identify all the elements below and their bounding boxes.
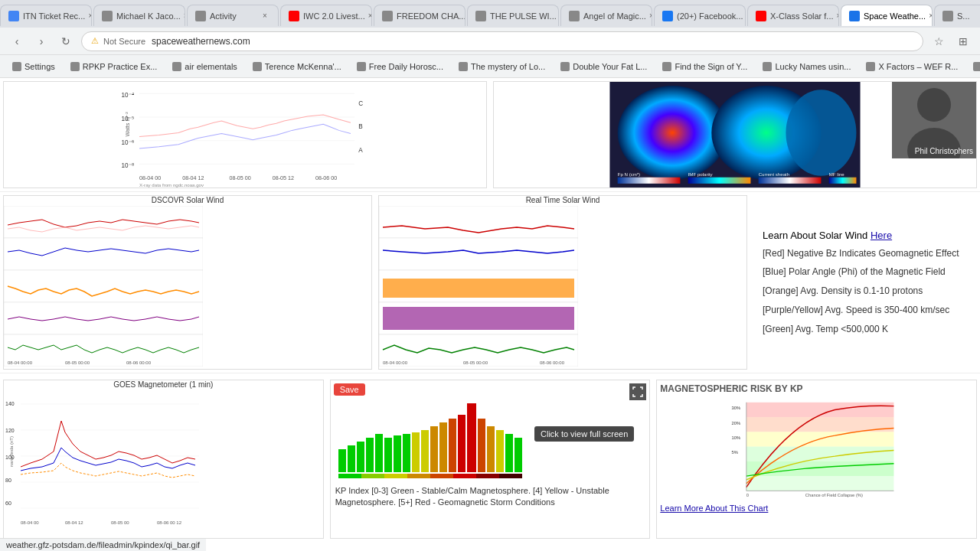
tab-close[interactable]: × xyxy=(365,11,372,21)
tab-close[interactable]: × xyxy=(557,11,559,21)
dscovr-svg: 08-04 00:00 08-05 00:00 08-06 00:00 xyxy=(4,206,203,367)
svg-rect-37 xyxy=(4,270,203,302)
svg-text:120: 120 xyxy=(5,428,15,433)
bookmark-horoscope[interactable]: Free Daily Horosc... xyxy=(351,60,449,73)
tab-close[interactable]: × xyxy=(926,11,933,21)
tab-close[interactable]: × xyxy=(834,11,839,21)
svg-rect-72 xyxy=(348,445,355,472)
svg-rect-80 xyxy=(421,430,429,472)
bookmark-favicon xyxy=(560,62,570,71)
bookmark-mystery[interactable]: The mystery of Lo... xyxy=(452,60,551,73)
tab-space-weather[interactable]: Space Weathe... × xyxy=(841,5,933,26)
legend-blue: [Blue] Polar Angle (Phi) of the Magnetic… xyxy=(763,266,968,279)
svg-text:C: C xyxy=(358,100,363,107)
bottom-section: GOES Magnetometer (1 min) 140 120 100 80… xyxy=(0,377,980,537)
tab-itn[interactable]: ITN Ticket Rec... × xyxy=(0,5,92,26)
fullscreen-icon xyxy=(632,386,643,397)
svg-rect-77 xyxy=(394,435,401,472)
svg-rect-103 xyxy=(746,447,894,461)
tab-favicon xyxy=(942,11,953,21)
bookmark-rpkp[interactable]: RPKP Practice Ex... xyxy=(64,60,164,73)
forward-button[interactable]: › xyxy=(32,32,51,51)
rt-purple-area xyxy=(379,302,578,334)
tab-s[interactable]: S... × xyxy=(934,5,980,26)
extensions-button[interactable]: ⊞ xyxy=(954,32,972,51)
bookmark-button[interactable]: ☆ xyxy=(929,32,948,51)
back-button[interactable]: ‹ xyxy=(8,32,26,51)
tab-close-itn[interactable]: × xyxy=(85,11,92,21)
svg-point-22 xyxy=(786,90,856,175)
tab-close[interactable]: × xyxy=(181,11,185,21)
tab-iwc[interactable]: IWC 2.0 Livest... × xyxy=(280,5,372,26)
svg-rect-86 xyxy=(478,419,485,472)
tab-angel[interactable]: Angel of Magic... × xyxy=(560,5,652,26)
purple-chart-area xyxy=(4,302,203,334)
mag-risk-learn-link[interactable]: Learn More About This Chart xyxy=(660,504,973,513)
tab-close[interactable]: × xyxy=(743,11,746,21)
address-input[interactable]: ⚠ Not Secure spaceweathernews.com xyxy=(81,31,923,51)
tab-activity[interactable]: Activity × xyxy=(187,5,279,26)
bookmark-favicon xyxy=(866,62,875,71)
tab-xclass[interactable]: X-Class Solar f... × xyxy=(747,5,839,26)
bookmark-xfactors[interactable]: X Factors – WEF R... xyxy=(860,60,964,73)
tab-freedom[interactable]: FREEDOM CHA... × xyxy=(374,5,466,26)
svg-rect-81 xyxy=(430,426,438,472)
svg-rect-25 xyxy=(688,178,751,184)
svg-rect-73 xyxy=(357,442,364,472)
top-row: 10⁻⁴ 10⁻⁵ 10⁻⁶ 10⁻⁸ C B A xyxy=(0,78,980,192)
svg-rect-83 xyxy=(449,419,456,472)
svg-rect-84 xyxy=(458,415,466,472)
tab-favicon xyxy=(8,11,19,21)
solar-wind-row: DSCOVR Solar Wind xyxy=(0,192,980,373)
svg-text:20%: 20% xyxy=(732,421,741,425)
tab-michael[interactable]: Michael K Jaco... × xyxy=(93,5,185,26)
svg-rect-87 xyxy=(487,426,495,472)
svg-text:08-06 00:00: 08-06 00:00 xyxy=(126,360,152,365)
avatar-label-text: Phil Christophers xyxy=(915,147,973,155)
svg-text:Chance of Field Collapse (%): Chance of Field Collapse (%) xyxy=(805,493,863,497)
svg-rect-98 xyxy=(499,474,522,478)
svg-rect-45 xyxy=(379,238,578,270)
svg-rect-76 xyxy=(384,438,392,472)
svg-text:5%: 5% xyxy=(732,450,738,455)
svg-rect-90 xyxy=(514,438,522,472)
kp-fullscreen-button[interactable] xyxy=(629,383,646,400)
bookmark-air[interactable]: air elementals xyxy=(166,60,243,73)
dscovr-title: DSCOVR Solar Wind xyxy=(4,196,371,204)
realtime-title: Real Time Solar Wind xyxy=(379,196,746,204)
svg-text:08-06 00 12: 08-06 00 12 xyxy=(157,520,182,525)
svg-text:Watts m⁻²: Watts m⁻² xyxy=(125,112,131,137)
solar-image: Fp N (cm³) IMF polarity Current sheath M… xyxy=(493,81,977,188)
realtime-chart: Real Time Solar Wind xyxy=(378,195,747,370)
solar-wind-legend: Learn About Solar Wind Here [Red] Negati… xyxy=(750,192,980,373)
svg-rect-96 xyxy=(453,474,476,478)
svg-text:08-04 00:00: 08-04 00:00 xyxy=(8,360,33,365)
bookmark-fat[interactable]: Double Your Fat L... xyxy=(554,60,653,73)
mag-risk-section: MAGNETOSPHERIC RISK BY KP xyxy=(656,380,977,539)
bookmark-sign[interactable]: Find the Sign of Y... xyxy=(656,60,753,73)
tab-facebook[interactable]: (20+) Facebook... × xyxy=(654,5,746,26)
tab-favicon xyxy=(756,11,766,21)
tab-close[interactable]: × xyxy=(646,11,652,21)
svg-rect-75 xyxy=(375,434,383,472)
bookmark-terence[interactable]: Terence McKenna'... xyxy=(247,60,348,73)
mag-risk-svg: 30% 20% 10% 5% 0 Chance of Field Collaps… xyxy=(660,399,973,498)
security-label: Not Secure xyxy=(103,37,145,46)
legend-link[interactable]: Here xyxy=(871,230,892,241)
bookmark-esrl[interactable]: ESRL Global xyxy=(967,60,980,73)
bookmarks-bar: Settings RPKP Practice Ex... air element… xyxy=(0,55,980,78)
tab-pulse[interactable]: THE PULSE WI... × xyxy=(467,5,559,26)
mag-risk-title: MAGNETOSPHERIC RISK BY KP xyxy=(660,383,973,394)
address-bar: ‹ › ↻ ⚠ Not Secure spaceweathernews.com … xyxy=(0,28,980,55)
bookmark-settings[interactable]: Settings xyxy=(6,60,61,73)
tab-close[interactable]: × xyxy=(260,11,270,21)
svg-text:IMF polarity: IMF polarity xyxy=(688,171,714,177)
svg-text:80: 80 xyxy=(5,478,11,483)
kp-save-button[interactable]: Save xyxy=(334,383,365,396)
realtime-svg: 08-04 00:00 08-05 00:00 08-06 00:00 xyxy=(379,206,578,367)
tab-favicon xyxy=(849,11,860,21)
bookmark-lucky[interactable]: Lucky Names usin... xyxy=(756,60,857,73)
svg-text:MF line: MF line xyxy=(829,171,845,177)
svg-text:X-ray data from ngdc.noaa.gov: X-ray data from ngdc.noaa.gov xyxy=(139,182,204,187)
refresh-button[interactable]: ↻ xyxy=(57,32,75,51)
